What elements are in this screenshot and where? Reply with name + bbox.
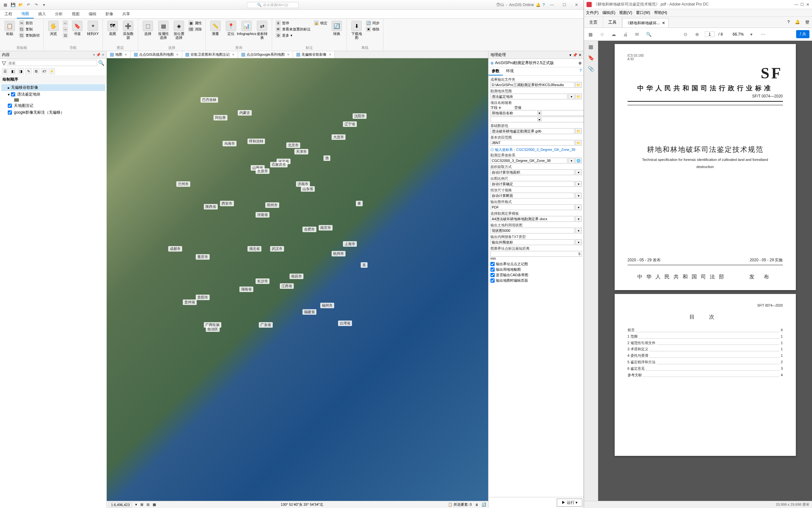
attachments-icon[interactable]: 📎 <box>587 65 595 73</box>
menu-item[interactable]: 编辑(E) <box>602 10 615 15</box>
gp-area-method-input[interactable] <box>490 169 575 175</box>
close-icon[interactable]: ✕ <box>125 53 127 56</box>
close-icon[interactable]: ✕ <box>176 53 179 56</box>
pause-drawing-icon[interactable]: ⏸ <box>475 503 478 507</box>
scale-dropdown-icon[interactable]: ▾ <box>135 503 137 507</box>
ribbon-tab-1[interactable]: 地图 <box>17 10 34 18</box>
cut-button[interactable]: ✂剪切 <box>18 20 41 26</box>
dropdown-icon[interactable]: ▾ <box>538 117 540 122</box>
ribbon-tab-0[interactable]: 工程 <box>0 10 17 18</box>
full-extent-icon[interactable]: ⊡ <box>62 32 69 38</box>
ribbon-tab-3[interactable]: 分析 <box>50 10 67 18</box>
gp-field-input-2[interactable] <box>490 117 538 122</box>
explore-button[interactable]: 🖐浏览 <box>46 20 60 36</box>
browse-icon[interactable]: 📁 <box>575 128 582 134</box>
mail-icon[interactable]: ✉ <box>633 31 641 38</box>
close-icon[interactable]: ✕ <box>329 53 331 56</box>
star-icon[interactable]: ☆ <box>598 31 606 38</box>
gp-dropdown-icon[interactable]: ▾ 📌 ✕ <box>569 53 582 57</box>
dropdown-icon[interactable]: ▾ <box>575 193 582 199</box>
refresh-icon[interactable]: 🔄 <box>482 503 486 507</box>
notifications-icon[interactable]: 🔔 <box>536 3 540 7</box>
gp-dist-input[interactable] <box>490 251 582 257</box>
gp-cb1[interactable] <box>490 262 495 266</box>
tab-home[interactable]: 主页 <box>584 17 603 28</box>
command-search[interactable]: 🔍 命令搜索(Alt+Q) <box>247 2 299 8</box>
browse-icon[interactable]: 📁 <box>575 94 582 99</box>
selected-features[interactable]: 📋 所选要素: 0 <box>448 502 472 507</box>
gp-cb3[interactable] <box>490 273 495 277</box>
bookmark-button[interactable]: 🔖书签 <box>70 20 85 36</box>
dropdown-icon[interactable]: ▾ <box>575 216 582 222</box>
close-icon[interactable]: ✕ <box>232 53 235 56</box>
measure-button[interactable]: 📏测量 <box>208 20 223 36</box>
zoom-dropdown-icon[interactable]: ▾ <box>748 31 755 38</box>
zoom-display[interactable]: 66.7% <box>733 32 744 37</box>
toc-layer-1[interactable]: ▾ 违法鉴定地块 <box>1 91 105 98</box>
toc-layer-2[interactable]: 天地图注记 <box>1 102 105 109</box>
gp-pagesize-input[interactable] <box>490 193 575 199</box>
gp-output-folder-input[interactable] <box>490 82 575 88</box>
minimize-button[interactable]: — <box>795 2 799 7</box>
gp-tab-env[interactable]: 环境 <box>503 67 517 76</box>
pin-icon[interactable]: ▾ 📌 ✕ <box>93 53 104 57</box>
dropdown-icon[interactable]: ▾ <box>575 181 582 187</box>
map-view[interactable]: 巴丹吉林阿拉善内蒙古北京市天津市河北省石家庄市山西省太原市济南市山东省兰州市西安… <box>107 58 488 501</box>
toc-layer-3[interactable]: google影像无标注（无偏移） <box>1 109 105 116</box>
toc-layer-0[interactable]: ▸ 无偏移谷歌影像 <box>1 84 105 91</box>
ribbon-tab-7[interactable]: 共享 <box>118 10 135 18</box>
filter-icon[interactable]: ▽ <box>2 60 6 66</box>
dropdown-icon[interactable]: ▾ <box>568 158 575 164</box>
status-btn-3[interactable]: ▦ <box>153 503 156 507</box>
gp-outcs-input[interactable] <box>490 158 567 164</box>
close-icon[interactable]: ✕ <box>287 53 290 56</box>
gp-run-button[interactable]: ▶ 运行 ▾ <box>557 499 582 507</box>
select-by-attr-button[interactable]: ▤按属性选择 <box>156 20 171 40</box>
gp-outfmt-input[interactable] <box>490 204 575 210</box>
gp-back-icon[interactable]: ⊕ <box>490 61 494 66</box>
bell-icon[interactable]: 🔔 <box>792 17 803 28</box>
list-by-snapping-icon[interactable]: ⧉ <box>33 68 40 75</box>
nav-back-icon[interactable]: ← <box>62 20 69 26</box>
coord-convert-button[interactable]: ⇄坐标转换 <box>255 20 269 40</box>
minimize-button[interactable]: — <box>547 2 557 8</box>
maximize-button[interactable]: ☐ <box>559 2 569 8</box>
scale-display[interactable]: 1:6,496,423 <box>109 502 132 507</box>
gp-add-icon[interactable]: ⊕ <box>578 61 582 66</box>
nav-fwd-icon[interactable]: → <box>62 26 69 32</box>
project-icon[interactable]: ▦ <box>2 2 8 8</box>
gp-help-icon[interactable]: ? <box>577 67 584 76</box>
prev-page-icon[interactable]: ⊙ <box>682 31 689 38</box>
pause-labels-button[interactable]: ⏸暂停 <box>275 20 312 26</box>
search-clear-icon[interactable]: 🔍 <box>98 60 104 66</box>
portal-name[interactable]: ArcGIS Online <box>509 3 534 7</box>
gp-blank-input-2[interactable] <box>541 117 584 122</box>
bookmarks-icon[interactable]: 🔖 <box>587 54 595 61</box>
list-by-perf-icon[interactable]: ⚡ <box>49 68 55 75</box>
ribbon-tab-2[interactable]: 插入 <box>34 10 50 18</box>
user-name[interactable]: 岱山 <box>496 2 504 7</box>
tab-tools[interactable]: 工具 <box>603 17 622 28</box>
signin-icon[interactable]: 登 <box>803 17 812 28</box>
thumbnails-icon[interactable]: ▦ <box>587 43 595 50</box>
gp-template-input[interactable] <box>490 216 575 222</box>
help-icon[interactable]: ? <box>785 17 792 28</box>
list-by-source-icon[interactable]: ◧ <box>10 68 16 75</box>
menu-item[interactable]: 文件(F) <box>586 10 599 15</box>
list-by-editing-icon[interactable]: ✎ <box>25 68 32 75</box>
save-icon[interactable]: 💾 <box>10 2 16 8</box>
menu-item[interactable]: 窗口(W) <box>636 10 650 15</box>
gp-cb2[interactable] <box>490 267 495 272</box>
more-label-options[interactable]: ⚙更多 ▾ <box>275 32 312 38</box>
menu-item[interactable]: 帮助(H) <box>654 10 667 15</box>
gp-basegdb-input[interactable] <box>490 128 575 134</box>
dropdown-icon[interactable]: ▾ <box>575 239 582 245</box>
share-button[interactable]: ⤴ 共 <box>796 30 809 38</box>
sidebar-toggle-icon[interactable]: ▦ <box>586 31 594 38</box>
gp-tab-params[interactable]: 参数 <box>488 67 503 76</box>
search-icon[interactable]: 🔍 <box>645 31 653 38</box>
cloud-icon[interactable]: ☁ <box>610 31 618 38</box>
select-button[interactable]: ⬚选择 <box>141 20 155 36</box>
infographics-button[interactable]: 📊Infographics <box>239 20 254 36</box>
gp-txttype-input[interactable] <box>490 239 575 245</box>
